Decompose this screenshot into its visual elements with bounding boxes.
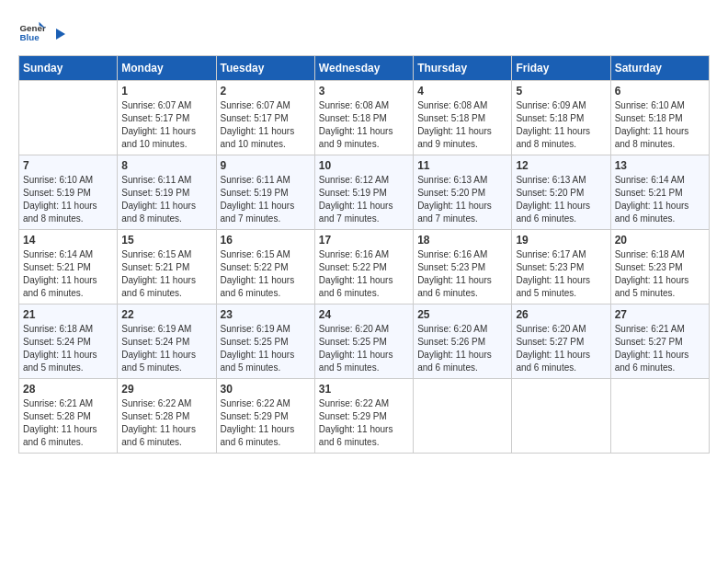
calendar-cell: 29Sunrise: 6:22 AMSunset: 5:28 PMDayligh… [118,379,216,454]
calendar-cell: 26Sunrise: 6:20 AMSunset: 5:27 PMDayligh… [512,304,610,379]
day-number: 16 [221,234,311,247]
calendar-cell: 13Sunrise: 6:14 AMSunset: 5:21 PMDayligh… [610,155,709,230]
day-number: 4 [417,85,507,98]
day-info: Sunrise: 6:13 AMSunset: 5:20 PMDaylight:… [516,174,606,225]
calendar-cell: 23Sunrise: 6:19 AMSunset: 5:25 PMDayligh… [216,304,314,379]
day-info: Sunrise: 6:19 AMSunset: 5:25 PMDaylight:… [221,323,311,374]
calendar-cell: 30Sunrise: 6:22 AMSunset: 5:29 PMDayligh… [216,379,314,454]
day-info: Sunrise: 6:13 AMSunset: 5:20 PMDaylight:… [417,174,507,225]
day-info: Sunrise: 6:19 AMSunset: 5:24 PMDaylight:… [121,323,211,374]
day-number: 5 [516,85,606,98]
calendar-cell: 28Sunrise: 6:21 AMSunset: 5:28 PMDayligh… [19,379,118,454]
column-header-friday: Friday [512,56,610,81]
calendar-cell: 9Sunrise: 6:11 AMSunset: 5:19 PMDaylight… [216,155,314,230]
day-number: 28 [23,383,113,396]
day-number: 31 [319,383,409,396]
day-number: 24 [319,308,409,321]
calendar-cell: 5Sunrise: 6:09 AMSunset: 5:18 PMDaylight… [512,81,610,155]
day-info: Sunrise: 6:12 AMSunset: 5:19 PMDaylight:… [319,174,409,225]
day-number: 3 [319,85,409,98]
column-header-tuesday: Tuesday [216,56,314,81]
day-number: 17 [319,234,409,247]
column-header-wednesday: Wednesday [314,56,413,81]
calendar-cell [414,379,512,454]
calendar-cell: 2Sunrise: 6:07 AMSunset: 5:17 PMDaylight… [216,81,314,155]
day-info: Sunrise: 6:20 AMSunset: 5:26 PMDaylight:… [417,323,507,374]
calendar-week-row: 28Sunrise: 6:21 AMSunset: 5:28 PMDayligh… [19,379,710,454]
day-number: 25 [417,308,507,321]
logo-icon: General Blue [18,18,46,46]
calendar-cell: 1Sunrise: 6:07 AMSunset: 5:17 PMDaylight… [118,81,216,155]
day-number: 10 [319,159,409,172]
calendar-cell: 24Sunrise: 6:20 AMSunset: 5:25 PMDayligh… [314,304,413,379]
column-header-sunday: Sunday [19,56,118,81]
day-info: Sunrise: 6:21 AMSunset: 5:28 PMDaylight:… [23,397,113,449]
day-info: Sunrise: 6:15 AMSunset: 5:21 PMDaylight:… [121,248,211,300]
calendar-cell: 4Sunrise: 6:08 AMSunset: 5:18 PMDaylight… [414,81,512,155]
day-number: 29 [121,383,211,396]
calendar-cell: 18Sunrise: 6:16 AMSunset: 5:23 PMDayligh… [414,230,512,304]
day-info: Sunrise: 6:22 AMSunset: 5:28 PMDaylight:… [121,397,211,449]
day-number: 22 [121,308,211,321]
day-number: 6 [615,85,705,98]
day-info: Sunrise: 6:09 AMSunset: 5:18 PMDaylight:… [516,99,606,151]
calendar-cell [19,81,118,155]
calendar-cell [512,379,610,454]
day-info: Sunrise: 6:11 AMSunset: 5:19 PMDaylight:… [221,174,311,225]
day-info: Sunrise: 6:16 AMSunset: 5:22 PMDaylight:… [319,248,409,300]
column-header-monday: Monday [118,56,216,81]
day-number: 1 [121,85,211,98]
day-info: Sunrise: 6:22 AMSunset: 5:29 PMDaylight:… [221,397,311,449]
day-number: 2 [221,85,311,98]
calendar-cell: 16Sunrise: 6:15 AMSunset: 5:22 PMDayligh… [216,230,314,304]
day-number: 15 [121,234,211,247]
calendar-cell: 21Sunrise: 6:18 AMSunset: 5:24 PMDayligh… [19,304,118,379]
day-number: 27 [615,308,705,321]
day-info: Sunrise: 6:20 AMSunset: 5:25 PMDaylight:… [319,323,409,374]
calendar-cell: 19Sunrise: 6:17 AMSunset: 5:23 PMDayligh… [512,230,610,304]
day-info: Sunrise: 6:10 AMSunset: 5:18 PMDaylight:… [615,99,705,151]
column-header-saturday: Saturday [610,56,709,81]
calendar-cell: 20Sunrise: 6:18 AMSunset: 5:23 PMDayligh… [610,230,709,304]
calendar-cell [610,379,709,454]
day-number: 14 [23,234,113,247]
calendar-cell: 11Sunrise: 6:13 AMSunset: 5:20 PMDayligh… [414,155,512,230]
calendar-week-row: 7Sunrise: 6:10 AMSunset: 5:19 PMDaylight… [19,155,710,230]
day-number: 9 [221,159,311,172]
logo: General Blue [18,18,68,46]
svg-marker-3 [56,29,65,40]
day-number: 13 [615,159,705,172]
calendar-cell: 7Sunrise: 6:10 AMSunset: 5:19 PMDaylight… [19,155,118,230]
logo-arrow-icon [51,26,68,42]
page-header: General Blue [18,18,710,46]
day-info: Sunrise: 6:16 AMSunset: 5:23 PMDaylight:… [417,248,507,300]
calendar-cell: 25Sunrise: 6:20 AMSunset: 5:26 PMDayligh… [414,304,512,379]
day-number: 19 [516,234,606,247]
day-info: Sunrise: 6:18 AMSunset: 5:24 PMDaylight:… [23,323,113,374]
calendar-cell: 14Sunrise: 6:14 AMSunset: 5:21 PMDayligh… [19,230,118,304]
day-info: Sunrise: 6:22 AMSunset: 5:29 PMDaylight:… [319,397,409,449]
day-number: 7 [23,159,113,172]
calendar-week-row: 14Sunrise: 6:14 AMSunset: 5:21 PMDayligh… [19,230,710,304]
day-number: 26 [516,308,606,321]
day-info: Sunrise: 6:14 AMSunset: 5:21 PMDaylight:… [23,248,113,300]
day-info: Sunrise: 6:21 AMSunset: 5:27 PMDaylight:… [615,323,705,374]
calendar-cell: 27Sunrise: 6:21 AMSunset: 5:27 PMDayligh… [610,304,709,379]
calendar-cell: 3Sunrise: 6:08 AMSunset: 5:18 PMDaylight… [314,81,413,155]
calendar-header-row: SundayMondayTuesdayWednesdayThursdayFrid… [19,56,710,81]
svg-text:Blue: Blue [20,32,40,42]
day-info: Sunrise: 6:10 AMSunset: 5:19 PMDaylight:… [23,174,113,225]
calendar-cell: 17Sunrise: 6:16 AMSunset: 5:22 PMDayligh… [314,230,413,304]
calendar-cell: 15Sunrise: 6:15 AMSunset: 5:21 PMDayligh… [118,230,216,304]
day-number: 23 [221,308,311,321]
day-number: 20 [615,234,705,247]
day-info: Sunrise: 6:15 AMSunset: 5:22 PMDaylight:… [221,248,311,300]
calendar-cell: 12Sunrise: 6:13 AMSunset: 5:20 PMDayligh… [512,155,610,230]
calendar-week-row: 21Sunrise: 6:18 AMSunset: 5:24 PMDayligh… [19,304,710,379]
calendar-cell: 6Sunrise: 6:10 AMSunset: 5:18 PMDaylight… [610,81,709,155]
day-info: Sunrise: 6:20 AMSunset: 5:27 PMDaylight:… [516,323,606,374]
day-number: 12 [516,159,606,172]
day-info: Sunrise: 6:07 AMSunset: 5:17 PMDaylight:… [221,99,311,151]
calendar-cell: 10Sunrise: 6:12 AMSunset: 5:19 PMDayligh… [314,155,413,230]
day-info: Sunrise: 6:18 AMSunset: 5:23 PMDaylight:… [615,248,705,300]
